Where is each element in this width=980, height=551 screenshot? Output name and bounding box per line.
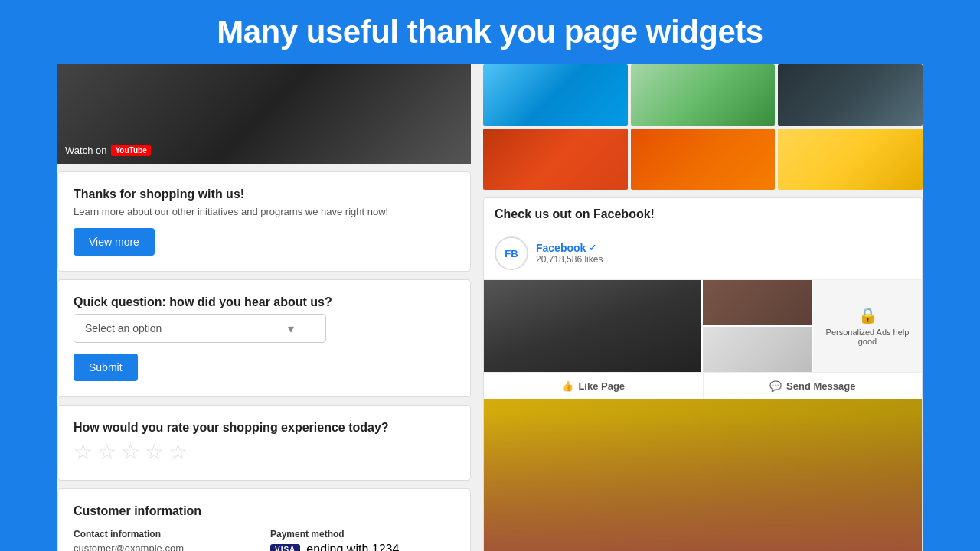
photo-cell-2 — [631, 64, 776, 126]
rating-heading: How would you rate your shopping experie… — [74, 421, 455, 435]
thanks-heading: Thanks for shopping with us! — [74, 187, 455, 201]
video-section[interactable]: Watch on YouTube — [57, 64, 471, 164]
star-5[interactable]: ☆ — [168, 439, 188, 465]
facebook-main-preview-image — [484, 280, 701, 372]
left-column: Watch on YouTube Thanks for shopping wit… — [57, 64, 471, 551]
stars-container: ☆ ☆ ☆ ☆ ☆ — [74, 439, 455, 465]
payment-section: Payment method VISA ending with 1234 — [270, 529, 455, 551]
facebook-post-preview — [484, 399, 922, 551]
youtube-logo: YouTube — [111, 145, 150, 156]
photo-grid — [483, 64, 923, 190]
right-column: Check us out on Facebook! FB Facebook ✓ … — [471, 64, 923, 551]
star-1[interactable]: ☆ — [74, 439, 93, 465]
survey-heading: Quick question: how did you hear about u… — [74, 295, 455, 309]
facebook-post-image — [484, 399, 922, 551]
facebook-page-name: Facebook ✓ — [536, 242, 911, 254]
main-content: Watch on YouTube Thanks for shopping wit… — [57, 64, 923, 551]
facebook-name-text: Facebook — [536, 242, 586, 254]
facebook-check-text: Check us out on Facebook! — [484, 198, 922, 227]
message-icon: 💬 — [769, 380, 782, 392]
thanks-widget: Thanks for shopping with us! Learn more … — [57, 171, 471, 272]
customer-grid: Contact information customer@example.com… — [74, 529, 455, 551]
lock-icon: 🔒 — [858, 306, 877, 324]
customer-info-card: Customer information Contact information… — [57, 488, 471, 551]
payment-label: Payment method — [270, 529, 455, 540]
photo-cell-1 — [483, 64, 628, 126]
submit-button[interactable]: Submit — [74, 354, 138, 381]
like-page-button[interactable]: 👍 Like Page — [484, 373, 704, 399]
view-more-button[interactable]: View more — [74, 228, 155, 256]
page-title: Many useful thank you page widgets — [15, 14, 965, 51]
rating-widget: How would you rate your shopping experie… — [57, 405, 471, 481]
facebook-verified-icon: ✓ — [589, 243, 596, 253]
dropdown-container: Select an option Google Social Media Fri… — [74, 314, 455, 343]
like-icon: 👍 — [561, 380, 573, 392]
watch-on-label: Watch on — [65, 145, 106, 156]
facebook-sub-image-1 — [703, 280, 812, 325]
survey-widget: Quick question: how did you hear about u… — [57, 279, 471, 397]
customer-info-heading: Customer information — [74, 504, 455, 518]
like-page-label: Like Page — [578, 380, 625, 392]
facebook-sub-image-2 — [703, 327, 812, 372]
contact-value: customer@example.com — [74, 543, 258, 551]
photo-cell-3 — [778, 64, 923, 126]
facebook-lock-overlay: 🔒 Personalized Ads help good — [813, 280, 922, 372]
facebook-lock-text: Personalized Ads help good — [819, 328, 916, 346]
star-2[interactable]: ☆ — [97, 439, 116, 465]
facebook-page-logo: FB — [495, 236, 528, 270]
send-message-button[interactable]: 💬 Send Message — [704, 373, 923, 399]
facebook-sub-images — [703, 280, 812, 372]
facebook-page-info: Facebook ✓ 20,718,586 likes — [536, 242, 911, 265]
page-header: Many useful thank you page widgets — [0, 0, 980, 64]
star-3[interactable]: ☆ — [121, 439, 140, 465]
star-4[interactable]: ☆ — [145, 439, 164, 465]
payment-row: VISA ending with 1234 — [270, 543, 455, 551]
contact-label: Contact information — [74, 529, 258, 540]
facebook-page-header: FB Facebook ✓ 20,718,586 likes — [484, 227, 922, 280]
contact-section: Contact information customer@example.com — [74, 529, 258, 551]
photo-cell-4 — [483, 129, 628, 190]
facebook-preview-grid: 🔒 Personalized Ads help good — [484, 280, 922, 372]
facebook-widget: Check us out on Facebook! FB Facebook ✓ … — [483, 197, 923, 551]
send-message-label: Send Message — [786, 380, 855, 392]
people-image-overlay — [484, 415, 922, 551]
visa-badge: VISA — [270, 544, 300, 552]
payment-value: ending with 1234 — [306, 543, 399, 551]
video-overlay: Watch on YouTube — [65, 145, 151, 156]
photo-cell-6 — [778, 129, 923, 190]
facebook-likes-count: 20,718,586 likes — [536, 254, 911, 265]
photo-cell-5 — [631, 129, 776, 190]
thanks-description: Learn more about our other initiatives a… — [74, 206, 455, 217]
facebook-actions: 👍 Like Page 💬 Send Message — [484, 372, 922, 399]
hear-about-us-dropdown[interactable]: Select an option Google Social Media Fri… — [74, 314, 326, 343]
